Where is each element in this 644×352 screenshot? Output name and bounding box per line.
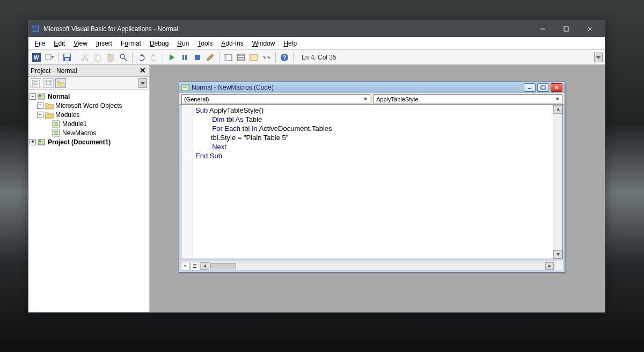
code-close-button[interactable] xyxy=(551,83,562,92)
horizontal-scrollbar[interactable] xyxy=(200,262,554,270)
svg-marker-26 xyxy=(170,54,174,61)
scroll-up-icon[interactable] xyxy=(553,105,562,114)
menu-help[interactable]: Help xyxy=(279,39,301,48)
menu-view[interactable]: View xyxy=(69,39,92,48)
view-object-icon[interactable] xyxy=(43,78,54,88)
toolbox-icon[interactable] xyxy=(261,52,273,63)
code-text[interactable]: Sub ApplyTableStyle() Dim tbl As Table F… xyxy=(193,105,553,259)
cut-icon[interactable] xyxy=(79,52,91,63)
module-icon xyxy=(52,129,61,137)
stop-icon[interactable] xyxy=(192,52,203,63)
object-combo[interactable]: (General) xyxy=(181,94,370,104)
app-icon xyxy=(32,25,40,33)
menu-file[interactable]: File xyxy=(31,39,49,48)
view-dropdown-icon[interactable] xyxy=(43,52,55,63)
properties-icon[interactable] xyxy=(235,52,247,63)
menu-window[interactable]: Window xyxy=(248,39,280,48)
svg-rect-19 xyxy=(96,56,100,61)
svg-marker-24 xyxy=(140,54,142,57)
menu-debug[interactable]: Debug xyxy=(145,39,173,48)
svg-marker-69 xyxy=(203,265,206,268)
vba-project-icon xyxy=(38,138,46,146)
menu-edit[interactable]: Edit xyxy=(49,39,69,48)
tree-node-newmacros[interactable]: NewMacros xyxy=(30,128,148,137)
procedure-view-icon[interactable]: ≡ xyxy=(181,262,189,270)
find-icon[interactable] xyxy=(118,52,129,63)
titlebar[interactable]: Microsoft Visual Basic for Applications … xyxy=(28,21,605,37)
tree-node-module1[interactable]: Module1 xyxy=(30,119,148,128)
mdi-area[interactable]: Normal - NewMacros (Code) (General) Appl… xyxy=(150,65,605,312)
project-tree[interactable]: − Normal + Microsoft Word Objects − Modu… xyxy=(28,90,149,312)
project-panel-overflow[interactable] xyxy=(138,78,147,88)
code-window-titlebar[interactable]: Normal - NewMacros (Code) xyxy=(179,82,565,93)
tree-node-normal[interactable]: − Normal xyxy=(30,92,148,101)
vertical-scrollbar[interactable] xyxy=(553,105,562,259)
menu-addins[interactable]: Add-Ins xyxy=(217,39,247,48)
resize-grip[interactable] xyxy=(554,262,563,270)
expand-icon[interactable]: + xyxy=(37,102,43,109)
vba-project-icon xyxy=(38,93,46,100)
design-mode-icon[interactable] xyxy=(204,52,216,63)
copy-icon[interactable] xyxy=(92,52,104,63)
toggle-folders-icon[interactable] xyxy=(55,78,66,88)
toolbar-overflow[interactable] xyxy=(594,53,603,62)
menu-run[interactable]: Run xyxy=(173,39,193,48)
code-minimize-button[interactable] xyxy=(524,83,536,92)
scroll-left-icon[interactable] xyxy=(201,262,209,270)
full-module-view-icon[interactable]: ☰ xyxy=(191,262,199,270)
procedure-combo[interactable]: ApplyTableStyle xyxy=(374,94,562,104)
run-icon[interactable] xyxy=(166,52,178,63)
svg-rect-4 xyxy=(564,27,568,31)
tree-node-modules[interactable]: − Modules xyxy=(30,110,148,119)
svg-marker-70 xyxy=(548,265,551,268)
svg-marker-67 xyxy=(557,108,560,111)
tree-label: Module1 xyxy=(62,120,87,128)
code-combos: (General) ApplyTableStyle xyxy=(179,93,565,105)
svg-text:?: ? xyxy=(283,54,287,61)
project-explorer-panel: Project - Normal ✕ − Normal + xyxy=(28,65,150,312)
svg-marker-25 xyxy=(153,54,155,57)
project-panel-header[interactable]: Project - Normal ✕ xyxy=(28,65,149,77)
svg-marker-47 xyxy=(141,82,145,85)
menu-insert[interactable]: Insert xyxy=(92,39,116,48)
window-controls xyxy=(531,21,602,37)
close-button[interactable] xyxy=(578,21,602,37)
project-explorer-icon[interactable] xyxy=(222,52,234,63)
view-code-icon[interactable] xyxy=(31,78,41,88)
code-maximize-button[interactable] xyxy=(537,83,549,92)
pause-icon[interactable] xyxy=(179,52,191,63)
scroll-down-icon[interactable] xyxy=(553,250,562,259)
project-panel-close-icon[interactable]: ✕ xyxy=(138,67,147,75)
svg-marker-10 xyxy=(52,56,54,58)
svg-rect-64 xyxy=(541,86,545,89)
folder-icon xyxy=(45,102,54,109)
redo-icon[interactable] xyxy=(148,52,160,63)
collapse-icon[interactable]: − xyxy=(30,93,36,100)
module-icon xyxy=(52,120,61,128)
tree-node-project-doc1[interactable]: + Project (Document1) xyxy=(30,137,148,146)
svg-rect-12 xyxy=(64,54,70,57)
menu-tools[interactable]: Tools xyxy=(193,39,217,48)
folder-open-icon xyxy=(45,111,54,119)
save-icon[interactable] xyxy=(61,52,73,63)
menu-format[interactable]: Format xyxy=(116,39,145,48)
word-icon[interactable]: W xyxy=(31,52,42,63)
help-icon[interactable]: ? xyxy=(279,52,290,63)
toolbar: W ? Ln 4, Col 35 xyxy=(28,50,605,65)
undo-icon[interactable] xyxy=(135,52,147,63)
scroll-right-icon[interactable] xyxy=(545,262,554,270)
expand-icon[interactable]: + xyxy=(30,139,36,145)
collapse-icon[interactable]: − xyxy=(37,112,43,118)
svg-marker-68 xyxy=(557,253,560,256)
scroll-thumb[interactable] xyxy=(210,263,236,269)
object-browser-icon[interactable] xyxy=(248,52,260,63)
module-icon xyxy=(181,84,190,91)
paste-icon[interactable] xyxy=(105,52,116,63)
svg-point-15 xyxy=(86,58,88,61)
minimize-button[interactable] xyxy=(531,21,554,37)
tree-label: Project (Document1) xyxy=(48,138,111,146)
tree-node-word-objects[interactable]: + Microsoft Word Objects xyxy=(30,101,148,110)
svg-marker-40 xyxy=(596,56,601,59)
maximize-button[interactable] xyxy=(554,21,578,37)
code-editor[interactable]: Sub ApplyTableStyle() Dim tbl As Table F… xyxy=(181,105,563,259)
